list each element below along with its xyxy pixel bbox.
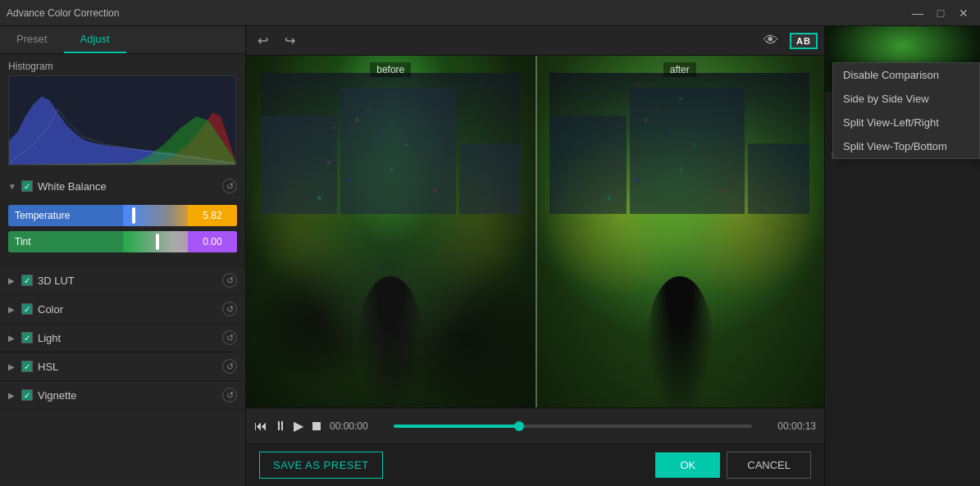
dropdown-menu: Disable Comparison Side by Side View Spl… xyxy=(832,62,980,159)
vignette-checkbox[interactable] xyxy=(21,389,33,401)
main-container: Preset Adjust Histogram xyxy=(0,26,980,486)
3d-lut-reset-button[interactable]: ↺ xyxy=(222,273,237,288)
side-by-side-item[interactable]: Side by Side View xyxy=(833,87,979,111)
tint-slider[interactable]: Tint 0.00 xyxy=(8,231,237,252)
chevron-right-icon: ▶ xyxy=(8,362,16,370)
light-reset-button[interactable]: ↺ xyxy=(222,330,237,345)
window-title: Advance Color Correction xyxy=(7,7,908,19)
ok-button[interactable]: OK xyxy=(655,452,720,478)
split-divider xyxy=(536,56,537,407)
color-title: Color xyxy=(38,303,217,316)
tab-preset[interactable]: Preset xyxy=(0,26,64,53)
light-title: Light xyxy=(38,332,217,344)
window-controls: — □ ✕ xyxy=(908,5,973,21)
hsl-header[interactable]: ▶ HSL ↺ xyxy=(0,352,245,380)
color-header[interactable]: ▶ Color ↺ xyxy=(0,295,245,323)
vignette-reset-button[interactable]: ↺ xyxy=(222,388,237,402)
histogram-canvas xyxy=(8,75,236,166)
tint-value[interactable]: 0.00 xyxy=(188,231,237,252)
tab-adjust[interactable]: Adjust xyxy=(64,26,126,53)
skip-back-button[interactable]: ⏮ xyxy=(254,419,267,434)
split-left-right-item[interactable]: Split View-Left/Right xyxy=(833,111,979,134)
figure-silhouette xyxy=(358,276,423,407)
white-balance-title: White Balance xyxy=(38,180,217,193)
histogram-label: Histogram xyxy=(8,61,237,72)
undo-button[interactable]: ↩ xyxy=(253,30,273,52)
light-checkbox[interactable] xyxy=(21,332,33,343)
color-section: ▶ Color ↺ xyxy=(0,295,245,324)
chevron-down-icon: ▼ xyxy=(8,182,16,190)
video-area: before xyxy=(246,56,824,407)
ab-comparison-button[interactable]: AB xyxy=(790,33,818,49)
after-image xyxy=(536,56,825,407)
disable-comparison-item[interactable]: Disable Comparison xyxy=(833,63,979,87)
after-silhouette xyxy=(647,276,713,407)
left-panel: Preset Adjust Histogram xyxy=(0,26,246,486)
temperature-thumb xyxy=(132,207,135,224)
before-label: before xyxy=(370,62,411,77)
white-balance-section: ▼ White Balance ↺ Temperature 5.82 xyxy=(0,172,245,266)
play-button[interactable]: ▶ xyxy=(294,418,303,434)
light-header[interactable]: ▶ Light ↺ xyxy=(0,324,245,352)
after-label: after xyxy=(663,62,696,77)
3d-lut-title: 3D LUT xyxy=(38,275,217,287)
tabs: Preset Adjust xyxy=(0,26,245,54)
temperature-slider-row: Temperature 5.82 xyxy=(8,205,237,226)
progress-thumb xyxy=(514,421,524,431)
cancel-button[interactable]: CANCEL xyxy=(727,452,811,479)
histogram-section: Histogram xyxy=(0,54,245,172)
chevron-right-icon: ▶ xyxy=(8,305,16,313)
time-end: 00:00:13 xyxy=(759,420,816,432)
minimize-button[interactable]: — xyxy=(908,5,928,21)
video-before: before xyxy=(246,56,536,407)
hsl-section: ▶ HSL ↺ xyxy=(0,352,245,381)
vignette-header[interactable]: ▶ Vignette ↺ xyxy=(0,381,245,409)
hsl-checkbox[interactable] xyxy=(21,361,33,372)
chevron-right-icon: ▶ xyxy=(8,391,16,399)
vignette-section: ▶ Vignette ↺ xyxy=(0,381,245,410)
buildings-before xyxy=(261,73,521,214)
hsl-reset-button[interactable]: ↺ xyxy=(222,359,237,374)
save-as-preset-button[interactable]: SAVE AS PRESET xyxy=(259,452,383,479)
video-after: after xyxy=(536,56,825,407)
light-section: ▶ Light ↺ xyxy=(0,324,245,352)
3d-lut-checkbox[interactable] xyxy=(21,275,33,286)
chevron-right-icon: ▶ xyxy=(8,276,16,284)
color-reset-button[interactable]: ↺ xyxy=(222,302,237,316)
chevron-right-icon: ▶ xyxy=(8,334,16,342)
tint-label-bg: Tint xyxy=(8,231,123,252)
histogram-svg xyxy=(9,76,235,165)
bottom-bar: SAVE AS PRESET OK CANCEL xyxy=(246,443,824,486)
buildings-after xyxy=(549,73,809,214)
hsl-title: HSL xyxy=(38,361,217,373)
time-current: 00:00:00 xyxy=(330,420,387,432)
tint-label: Tint xyxy=(15,236,31,248)
temperature-value[interactable]: 5.82 xyxy=(188,205,237,226)
tint-thumb xyxy=(156,234,159,250)
temperature-label-bg: Temperature xyxy=(8,205,123,226)
color-checkbox[interactable] xyxy=(21,303,33,315)
toolbar: ↩ ↪ 👁 AB xyxy=(246,26,824,56)
progress-fill xyxy=(394,425,519,428)
white-balance-checkbox[interactable] xyxy=(21,180,33,192)
white-balance-reset-button[interactable]: ↺ xyxy=(222,179,237,193)
right-panel: Disable Comparison Side by Side View Spl… xyxy=(824,26,980,486)
titlebar: Advance Color Correction — □ ✕ xyxy=(0,0,980,26)
redo-button[interactable]: ↪ xyxy=(280,30,300,52)
3d-lut-section: ▶ 3D LUT ↺ xyxy=(0,266,245,295)
playback-bar: ⏮ ⏸ ▶ ⏹ 00:00:00 00:00:13 xyxy=(246,407,824,443)
white-balance-header[interactable]: ▼ White Balance ↺ xyxy=(0,172,245,200)
tint-slider-row: Tint 0.00 xyxy=(8,231,237,252)
progress-bar[interactable] xyxy=(394,425,752,428)
eye-button[interactable]: 👁 xyxy=(759,29,783,52)
stop-button[interactable]: ⏹ xyxy=(310,419,323,434)
temperature-label: Temperature xyxy=(15,210,70,221)
maximize-button[interactable]: □ xyxy=(931,5,950,21)
before-image xyxy=(246,56,536,407)
white-balance-content: Temperature 5.82 Tint xyxy=(0,200,245,266)
split-top-bottom-item[interactable]: Split View-Top/Bottom xyxy=(833,134,979,158)
play-pause-button[interactable]: ⏸ xyxy=(274,419,287,434)
close-button[interactable]: ✕ xyxy=(954,5,973,21)
3d-lut-header[interactable]: ▶ 3D LUT ↺ xyxy=(0,266,245,294)
temperature-slider[interactable]: Temperature 5.82 xyxy=(8,205,237,226)
